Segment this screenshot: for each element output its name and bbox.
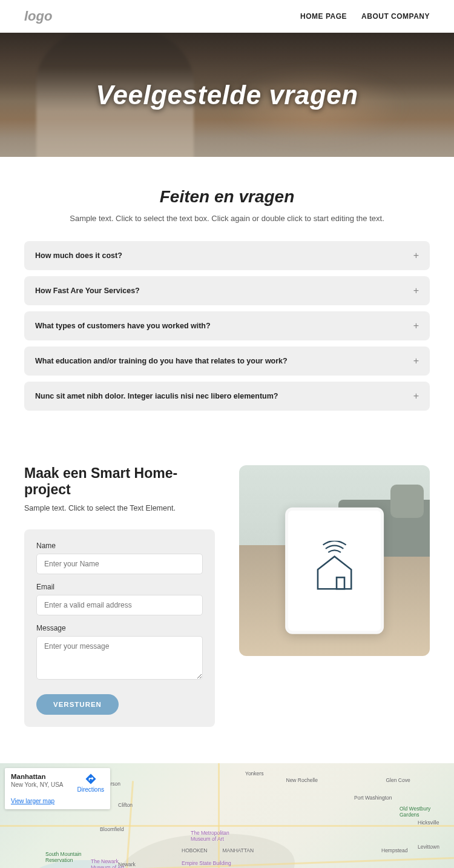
contact-section: Maak een Smart Home-project Sample text.… (0, 447, 454, 763)
name-label: Name (36, 542, 203, 550)
name-input[interactable] (36, 554, 203, 574)
nav-home[interactable]: HOME PAGE (300, 12, 347, 21)
smart-home-icon (306, 541, 363, 601)
map-info-card: Manhattan New York, NY, USA Directions V… (5, 768, 110, 809)
accordion-item[interactable]: Nunc sit amet nibh dolor. Integer iaculi… (24, 382, 430, 411)
directions-label: Directions (77, 786, 104, 793)
svg-rect-0 (337, 577, 344, 589)
map-label: Empire State Building (182, 860, 231, 866)
accordion-question: What types of customers have you worked … (35, 322, 211, 330)
map-label: Bloomfield (100, 826, 124, 832)
map-card-title: Manhattan (11, 773, 64, 780)
message-input[interactable] (36, 636, 203, 680)
logo[interactable]: logo (24, 8, 52, 24)
form-group-email: Email (36, 583, 203, 615)
map-label: Hempstead (381, 847, 407, 853)
form-group-name: Name (36, 542, 203, 574)
accordion-item[interactable]: What education and/or training do you ha… (24, 346, 430, 376)
hero-title: Veelgestelde vragen (96, 80, 358, 110)
nav: HOME PAGE ABOUT COMPANY (300, 12, 430, 21)
map-label: The Newark Museum of Art (91, 858, 133, 868)
faq-section: Feiten en vragen Sample text. Click to s… (0, 157, 454, 447)
contact-title: Maak een Smart Home-project (24, 465, 215, 498)
form-group-message: Message (36, 624, 203, 682)
plus-icon: + (413, 391, 419, 401)
accordion-question: What education and/or training do you ha… (35, 357, 288, 365)
faq-title: Feiten en vragen (24, 187, 430, 207)
tablet-frame (285, 507, 384, 634)
nav-about[interactable]: ABOUT COMPANY (361, 12, 430, 21)
hero: Veelgestelde vragen (0, 33, 454, 157)
plus-icon: + (413, 356, 419, 366)
submit-button[interactable]: VERSTUREN (36, 694, 119, 715)
contact-right (239, 465, 430, 656)
accordion: How much does it cost? + How Fast Are Yo… (24, 241, 430, 411)
tablet-image (239, 465, 430, 656)
map-label: Yonkers (245, 770, 263, 777)
header: logo HOME PAGE ABOUT COMPANY (0, 0, 454, 33)
map-section[interactable]: New York MANHATTAN BROOKLYN QUEENS Newar… (0, 763, 454, 868)
faq-subtitle: Sample text. Click to select the text bo… (24, 214, 430, 223)
map-label: MANHATTAN (223, 847, 254, 853)
plus-icon: + (413, 321, 419, 331)
view-larger-map-link[interactable]: View larger map (11, 798, 104, 804)
contact-subtitle: Sample text. Click to select the Text El… (24, 504, 215, 512)
map-label: Hicksville (418, 820, 439, 826)
map-label: Glen Cove (386, 777, 410, 783)
contact-form: Name Email Message VERSTUREN (24, 529, 215, 727)
accordion-question: How much does it cost? (35, 251, 122, 260)
directions-button[interactable]: Directions (77, 773, 104, 793)
map-label: HOBOKEN (182, 847, 208, 853)
map-label: South Mountain Reservation (45, 851, 82, 863)
contact-left: Maak een Smart Home-project Sample text.… (24, 465, 215, 727)
accordion-item[interactable]: How Fast Are Your Services? + (24, 276, 430, 305)
plus-icon: + (413, 286, 419, 296)
accordion-item[interactable]: What types of customers have you worked … (24, 311, 430, 340)
email-input[interactable] (36, 595, 203, 615)
plus-icon: + (413, 251, 419, 260)
map-label: Clifton (118, 802, 133, 808)
map-label: Levittown (418, 844, 439, 850)
accordion-question: How Fast Are Your Services? (35, 287, 140, 295)
message-label: Message (36, 624, 203, 632)
map-label: New Rochelle (286, 777, 318, 783)
map-label: The Metropolitan Museum of Art (191, 830, 239, 842)
email-label: Email (36, 583, 203, 591)
map-label: Port Washington (354, 795, 392, 801)
map-card-address: New York, NY, USA (11, 781, 64, 788)
directions-icon (85, 773, 97, 785)
map-label: Old Westbury Gardens (400, 806, 436, 818)
accordion-item[interactable]: How much does it cost? + (24, 241, 430, 270)
accordion-question: Nunc sit amet nibh dolor. Integer iaculi… (35, 392, 278, 400)
